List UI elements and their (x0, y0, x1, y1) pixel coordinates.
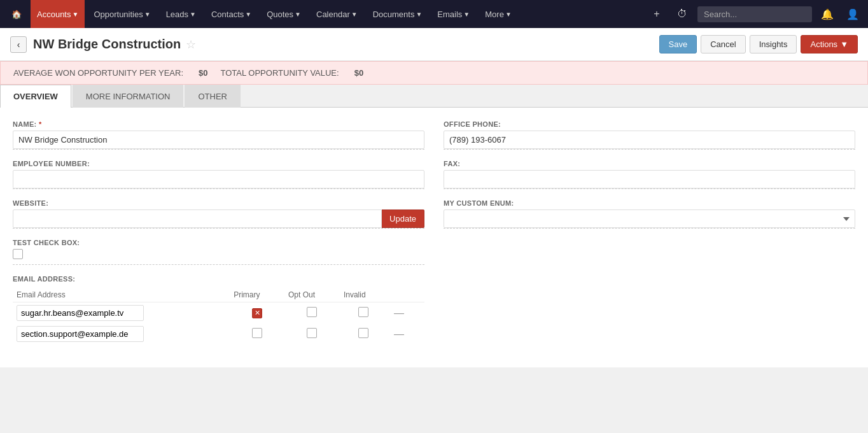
employee-number-input[interactable] (13, 170, 424, 188)
email-address-label: EMAIL ADDRESS: (13, 275, 424, 283)
history-button[interactable]: ⏱ (672, 4, 692, 24)
plus-icon: + (654, 8, 659, 20)
tab-more-information-label: MORE INFORMATION (86, 92, 171, 101)
bell-icon: 🔔 (821, 8, 834, 20)
actions-caret-icon: ▼ (840, 39, 848, 49)
nav-opportunities-caret: ▼ (144, 11, 151, 18)
nav-emails-caret: ▼ (463, 11, 470, 18)
user-menu-button[interactable]: 👤 (843, 4, 863, 24)
office-phone-label: OFFICE PHONE: (444, 120, 855, 128)
employee-number-label: EMPLOYEE NUMBER: (13, 160, 424, 167)
nav-accounts-label: Accounts (37, 10, 71, 19)
back-button[interactable]: ‹ (10, 36, 27, 53)
nav-accounts-caret: ▼ (72, 11, 78, 18)
back-icon: ‹ (17, 39, 20, 50)
name-input[interactable] (13, 131, 424, 149)
nav-calendar[interactable]: Calendar ▼ (310, 0, 364, 28)
tab-more-information[interactable]: MORE INFORMATION (73, 85, 184, 108)
custom-enum-label: MY CUSTOM ENUM: (444, 199, 855, 207)
fax-field-group: FAX: (444, 160, 855, 189)
nav-documents-label: Documents (373, 10, 415, 19)
notifications-button[interactable]: 🔔 (817, 4, 837, 24)
nav-accounts[interactable]: Accounts ▼ (31, 0, 85, 28)
nav-emails[interactable]: Emails ▼ (431, 0, 476, 28)
save-button[interactable]: Save (659, 35, 697, 53)
navbar: 🏠 Accounts ▼ Opportunities ▼ Leads ▼ Con… (0, 0, 868, 28)
name-label: NAME: * (13, 120, 424, 128)
nav-opportunities[interactable]: Opportunities ▼ (87, 0, 157, 28)
actions-button[interactable]: Actions ▼ (801, 35, 858, 53)
nav-more-label: More (485, 10, 504, 19)
tab-other[interactable]: OTHER (185, 85, 241, 108)
email-row-2: — (13, 323, 424, 344)
test-checkbox-field-group: TEST CHECK BOX: (13, 239, 424, 265)
website-field-group: WEBSITE: Update (13, 199, 424, 229)
nav-more[interactable]: More ▼ (479, 0, 518, 28)
nav-leads-caret: ▼ (190, 11, 196, 18)
email-invalid-checkbox-2[interactable] (358, 328, 368, 338)
test-checkbox[interactable] (13, 249, 23, 259)
search-input[interactable] (697, 6, 812, 22)
email-primary-checkbox-2[interactable] (252, 328, 262, 338)
email-remove-2[interactable]: — (391, 329, 407, 339)
nav-quotes-label: Quotes (267, 10, 293, 19)
nav-quotes[interactable]: Quotes ▼ (260, 0, 307, 28)
tab-overview-label: OVERVIEW (13, 92, 58, 101)
nav-documents[interactable]: Documents ▼ (367, 0, 429, 28)
header-actions: Save Cancel Insights Actions ▼ (659, 35, 858, 53)
email-opt-out-checkbox-2[interactable] (307, 328, 317, 338)
email-input-1[interactable] (17, 305, 144, 321)
fax-input[interactable] (444, 170, 855, 188)
cancel-button[interactable]: Cancel (701, 35, 745, 53)
email-invalid-checkbox-1[interactable] (358, 307, 368, 317)
email-row-1: ✕ — (13, 302, 424, 324)
clock-icon: ⏱ (677, 8, 687, 20)
email-col-primary: Primary (230, 288, 284, 302)
avg-value: $0 (199, 68, 207, 78)
nav-calendar-caret: ▼ (351, 11, 358, 18)
favorite-icon[interactable]: ☆ (186, 38, 196, 52)
email-table: Email Address Primary Opt Out Invalid ✕ (13, 288, 424, 344)
nav-more-caret: ▼ (505, 11, 512, 18)
custom-enum-field-group: MY CUSTOM ENUM: (444, 199, 855, 229)
add-button[interactable]: + (647, 4, 667, 24)
email-primary-checkbox-1[interactable]: ✕ (252, 308, 262, 318)
avg-label: AVERAGE WON OPPORTUNITY PER YEAR: (13, 68, 183, 78)
nav-emails-label: Emails (437, 10, 462, 19)
website-row: Update (13, 209, 424, 228)
total-value: $0 (354, 68, 363, 78)
nav-opportunities-label: Opportunities (94, 10, 143, 19)
nav-leads-label: Leads (166, 10, 188, 19)
custom-enum-select[interactable] (444, 209, 855, 228)
right-column: OFFICE PHONE: FAX: MY CUSTOM ENUM: (444, 120, 855, 355)
office-phone-field-group: OFFICE PHONE: (444, 120, 855, 150)
website-update-button[interactable]: Update (382, 209, 424, 228)
nav-leads[interactable]: Leads ▼ (160, 0, 202, 28)
office-phone-input[interactable] (444, 131, 855, 149)
tabs: OVERVIEW MORE INFORMATION OTHER (0, 85, 868, 108)
actions-label: Actions (810, 39, 837, 49)
tab-other-label: OTHER (198, 92, 227, 101)
email-col-invalid: Invalid (340, 288, 388, 302)
email-col-address: Email Address (13, 288, 230, 302)
email-input-2[interactable] (17, 326, 144, 342)
nav-contacts-label: Contacts (211, 10, 244, 19)
left-column: NAME: * EMPLOYEE NUMBER: WEBSITE: Update… (13, 120, 424, 355)
opportunity-bar: AVERAGE WON OPPORTUNITY PER YEAR: $0 TOT… (0, 61, 868, 85)
nav-contacts[interactable]: Contacts ▼ (205, 0, 258, 28)
email-remove-1[interactable]: — (391, 308, 407, 318)
nav-calendar-label: Calendar (316, 10, 350, 19)
insights-button[interactable]: Insights (750, 35, 797, 53)
nav-home[interactable]: 🏠 (5, 0, 28, 28)
employee-number-field-group: EMPLOYEE NUMBER: (13, 160, 424, 189)
nav-documents-caret: ▼ (416, 11, 422, 18)
nav-quotes-caret: ▼ (295, 11, 301, 18)
tab-overview[interactable]: OVERVIEW (0, 85, 71, 108)
home-icon: 🏠 (11, 10, 22, 19)
email-opt-out-checkbox-1[interactable] (307, 307, 317, 317)
name-required-indicator: * (39, 120, 42, 128)
test-checkbox-label: TEST CHECK BOX: (13, 239, 424, 246)
email-address-field-group: EMAIL ADDRESS: Email Address Primary Opt… (13, 275, 424, 344)
page-title: NW Bridge Construction (33, 37, 181, 52)
website-input[interactable] (13, 209, 382, 228)
